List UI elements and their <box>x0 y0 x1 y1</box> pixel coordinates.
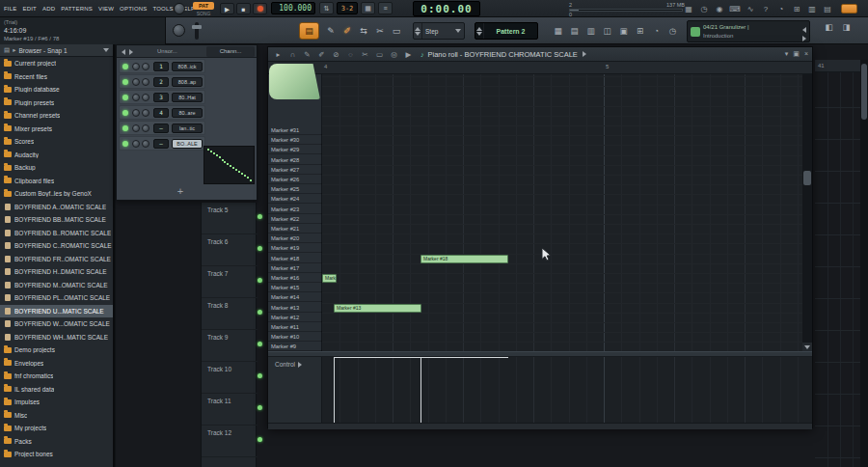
channel-row[interactable]: 480..are <box>119 105 205 120</box>
channel-name-button[interactable]: BO..ALE <box>172 139 203 149</box>
browser-item[interactable]: BOYFRIEND A..OMATIC SCALE <box>0 201 113 214</box>
track-led[interactable] <box>258 278 262 283</box>
browser-item[interactable]: BOYFRIEND B..ROMATIC SCALE <box>0 227 113 240</box>
channel-row[interactable]: 2808..ap <box>119 74 205 89</box>
playlist-scrollbar[interactable] <box>860 60 868 467</box>
browser-item[interactable]: Custom Boyf..les by GenoX <box>0 187 113 201</box>
menu-options[interactable]: OPTIONS <box>120 6 147 12</box>
channel-pan-knob[interactable] <box>132 78 140 86</box>
channel-row[interactable]: —BO..ALE <box>119 136 205 151</box>
key-label[interactable]: Marker #11 <box>268 322 322 332</box>
browser-item[interactable]: BOYFRIEND FR..OMATIC SCALE <box>0 253 113 266</box>
slider-handle[interactable] <box>192 25 202 29</box>
key-label[interactable]: Marker #19 <box>268 243 322 253</box>
key-label[interactable]: Marker #23 <box>268 205 322 214</box>
browser-item[interactable]: Recent files <box>0 70 113 84</box>
menu-patterns[interactable]: PATTERNS <box>61 6 93 12</box>
channel-volume-knob[interactable] <box>142 63 149 70</box>
paint-tool-icon[interactable]: ✐ <box>340 22 354 40</box>
key-name-column[interactable]: Marker #31Marker #30Marker #29Marker #28… <box>268 74 322 351</box>
mixer-panel-icon[interactable]: ◫ <box>601 26 613 36</box>
key-label[interactable]: Marker #13 <box>268 303 322 313</box>
browser-item[interactable]: fnf chromatics <box>0 370 113 383</box>
browser-item[interactable]: Scores <box>0 135 113 149</box>
key-label[interactable]: Marker #26 <box>268 175 322 184</box>
menu-view[interactable]: VIEW <box>98 6 114 12</box>
plugin-picker-icon[interactable]: ⊞ <box>791 5 802 14</box>
recording-panel-icon[interactable]: ▦ <box>683 5 694 14</box>
browser-item[interactable]: BOYFRIEND WH..MATIC SCALE <box>0 331 113 344</box>
browser-item[interactable]: Envelopes <box>0 357 113 371</box>
snap-spinner[interactable] <box>414 23 422 39</box>
browser-item[interactable]: BOYFRIEND BB..MATIC SCALE <box>0 213 113 227</box>
channel-row[interactable]: 380..Hat <box>119 90 205 104</box>
track-header[interactable]: Track 7 <box>202 266 258 298</box>
multilink-icon[interactable]: ∿ <box>745 5 756 14</box>
channel-row[interactable]: —lan..tic <box>119 121 205 135</box>
playlist-icon[interactable]: ▦ <box>552 26 564 36</box>
key-label[interactable]: Marker #14 <box>268 292 322 302</box>
track-header[interactable]: Track 9 <box>202 330 258 362</box>
key-label[interactable]: Marker #27 <box>268 165 322 175</box>
browser-item[interactable]: IL shared data <box>0 383 113 397</box>
track-led[interactable] <box>258 246 262 251</box>
browser-item[interactable]: Audacity <box>0 149 113 162</box>
fl-badge[interactable] <box>841 4 857 14</box>
menu-add[interactable]: ADD <box>42 6 55 12</box>
browser-item[interactable]: Channel presets <box>0 109 113 123</box>
paint-tool-icon[interactable]: ✐ <box>315 50 328 59</box>
channel-pan-knob[interactable] <box>132 109 140 117</box>
browser-item[interactable]: Plugin database <box>0 83 113 96</box>
master-pitch-slider[interactable] <box>195 22 199 40</box>
master-volume-knob[interactable] <box>174 3 185 14</box>
select-tool-icon[interactable]: ▭ <box>373 50 386 59</box>
workspace-icon[interactable]: ◨ <box>840 22 853 32</box>
channel-led[interactable] <box>122 64 128 69</box>
add-channel-button[interactable]: + <box>173 184 188 198</box>
key-label[interactable]: Marker #22 <box>268 214 322 224</box>
key-label[interactable]: Marker #17 <box>268 263 322 273</box>
browser-item[interactable]: BOYFRIEND C..ROMATIC SCALE <box>0 239 113 253</box>
channel-name-button[interactable]: 80..Hat <box>172 93 203 102</box>
browser-toggle-icon[interactable]: ▤ <box>822 5 833 14</box>
key-label[interactable]: Marker #28 <box>268 155 322 165</box>
channel-pan-knob[interactable] <box>132 94 140 101</box>
key-label[interactable]: Marker #29 <box>268 145 322 154</box>
channel-row[interactable]: 1808..ick <box>119 59 205 73</box>
metronome-icon[interactable]: ◷ <box>698 5 710 14</box>
control-target-selector[interactable]: Control <box>268 357 322 423</box>
close-icon[interactable]: × <box>804 50 808 58</box>
browser-item[interactable]: Impulses <box>0 396 113 409</box>
key-label[interactable]: Marker #10 <box>268 332 322 342</box>
track-led[interactable] <box>258 214 262 219</box>
browser-item[interactable]: Misc <box>0 409 113 423</box>
key-label[interactable]: Marker #15 <box>268 283 322 292</box>
event-grid[interactable] <box>322 357 802 423</box>
key-label[interactable]: Marker #9 <box>268 342 322 351</box>
transport-menu-button[interactable]: ≡ <box>378 2 393 14</box>
browser-menu-icon[interactable]: ▤ <box>4 46 10 54</box>
browser-item[interactable]: BOYFRIEND U...MATIC SCALE <box>0 305 113 318</box>
browser-item[interactable]: BOYFRIEND W...OMATIC SCALE <box>0 317 113 331</box>
channel-pan-knob[interactable] <box>132 124 140 132</box>
browser-item[interactable]: Plugin presets <box>0 96 113 110</box>
track-header[interactable]: Track 6 <box>202 234 258 266</box>
scrollbar-thumb[interactable] <box>861 64 867 120</box>
key-label[interactable]: Marker #24 <box>268 194 322 204</box>
track-led[interactable] <box>258 405 262 410</box>
step-edit-button[interactable]: ▤ <box>299 22 319 40</box>
select-tool-icon[interactable]: ▭ <box>390 22 403 40</box>
channel-volume-knob[interactable] <box>142 94 149 101</box>
snap-magnet-icon[interactable]: ∩ <box>286 50 299 59</box>
channel-pan-knob[interactable] <box>132 140 140 148</box>
channel-name-button[interactable]: 808..ap <box>172 77 203 87</box>
rack-prev-icon[interactable] <box>122 49 125 55</box>
pattern-mode-button[interactable]: PAT <box>193 2 214 10</box>
song-mode-button[interactable]: SONG <box>193 11 214 16</box>
rack-tab[interactable]: Chann... <box>206 46 255 57</box>
menu-tools[interactable]: TOOLS <box>153 6 174 12</box>
preset-arrows[interactable] <box>802 27 806 41</box>
pattern-arrows-button[interactable]: ⇅ <box>319 2 334 14</box>
menu-edit[interactable]: EDIT <box>22 6 36 12</box>
rack-next-icon[interactable] <box>129 49 133 55</box>
